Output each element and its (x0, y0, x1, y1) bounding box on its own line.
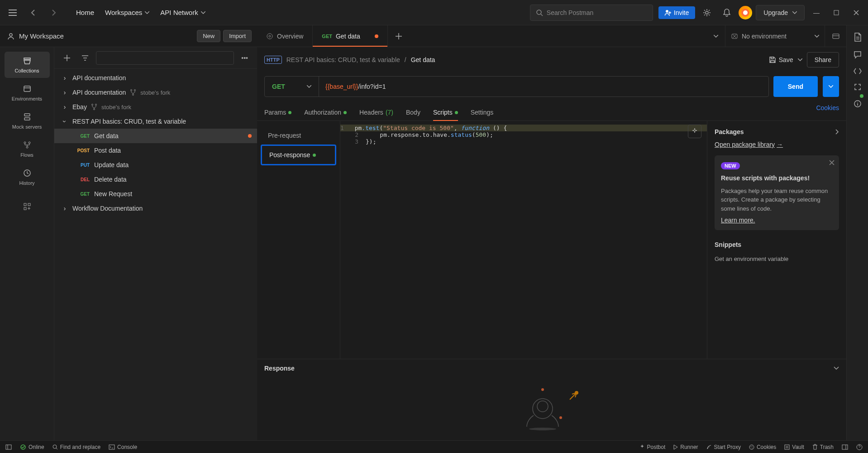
tab-overview[interactable]: Overview (257, 25, 313, 47)
status-trash[interactable]: Trash (812, 444, 834, 450)
open-package-library-link[interactable]: Open package library → (715, 141, 783, 148)
tree-folder[interactable]: › API documentation (54, 71, 257, 85)
indicator-dot-icon (288, 111, 291, 114)
status-help[interactable] (856, 444, 863, 450)
close-button[interactable] (829, 160, 835, 165)
tree-folder[interactable]: › Ebay stobe's fork (54, 100, 257, 114)
arrow-right-icon: → (777, 141, 783, 148)
sidebar-search[interactable] (96, 51, 234, 65)
notifications-button[interactable] (719, 5, 735, 21)
info-pane[interactable] (854, 100, 862, 108)
tree-request[interactable]: PUT Update data (54, 158, 257, 172)
tab-scripts[interactable]: Scripts (433, 104, 458, 120)
nav-forward[interactable] (45, 5, 62, 21)
tree-folder[interactable]: › API documentation stobe's fork (54, 85, 257, 100)
breadcrumb-parent[interactable]: REST API basics: CRUD, test & variable (286, 56, 400, 63)
save-button[interactable]: Save (769, 56, 793, 63)
upgrade-button[interactable]: Upgrade (756, 5, 805, 20)
postbot-button[interactable] (688, 125, 701, 138)
nav-environments[interactable]: Environments (5, 80, 50, 106)
status-proxy[interactable]: Start Proxy (706, 444, 741, 450)
method-badge: GET (76, 192, 90, 197)
chevron-down-icon[interactable] (798, 58, 802, 61)
new-button[interactable]: New (197, 30, 220, 42)
nav-api-network[interactable]: API Network (160, 9, 205, 16)
send-dropdown[interactable] (823, 76, 839, 97)
search-input[interactable]: Search Postman (530, 5, 653, 21)
nav-configure[interactable] (5, 198, 50, 216)
status-vault[interactable]: Vault (784, 444, 804, 450)
code-pane[interactable] (854, 68, 862, 74)
hamburger-menu[interactable] (4, 4, 22, 22)
script-pre-request[interactable]: Pre-request (261, 126, 336, 145)
nav-history[interactable]: History (5, 164, 50, 190)
astronaut-illustration (511, 386, 592, 431)
status-panel-toggle[interactable] (5, 444, 12, 450)
tab-request[interactable]: GET Get data (313, 25, 387, 47)
nav-home[interactable]: Home (76, 9, 94, 16)
tree-request[interactable]: POST Post data (54, 143, 257, 158)
nav-flows[interactable]: Flows (5, 136, 50, 162)
tree-label: Update data (94, 161, 129, 169)
person-icon (7, 33, 14, 40)
chevron-down-icon (792, 11, 797, 14)
tab-authorization[interactable]: Authorization (304, 104, 347, 120)
nav-workspaces[interactable]: Workspaces (105, 9, 149, 16)
sidebar-more[interactable]: ••• (238, 53, 252, 63)
learn-more-link[interactable]: Learn more. (721, 217, 833, 224)
cookies-link[interactable]: Cookies (816, 104, 839, 120)
invite-button[interactable]: Invite (658, 6, 695, 19)
status-runner[interactable]: Runner (673, 444, 698, 450)
tab-settings[interactable]: Settings (471, 104, 494, 120)
documentation-pane[interactable] (854, 33, 862, 42)
tree-label: API documentation (72, 89, 126, 96)
sidebar-add[interactable] (60, 51, 74, 65)
tabs-dropdown[interactable] (707, 25, 725, 47)
user-avatar[interactable] (739, 6, 752, 19)
postbot-label: Postbot (647, 444, 666, 450)
script-post-response[interactable]: Post-response (261, 145, 336, 165)
svg-point-24 (269, 35, 271, 37)
expand-pane[interactable] (854, 83, 861, 91)
workspace-name[interactable]: My Workspace (7, 32, 64, 40)
response-title: Response (264, 365, 295, 372)
nav-collections[interactable]: Collections (5, 52, 50, 78)
tree-request[interactable]: GET Get data (54, 129, 257, 143)
status-find-replace[interactable]: Find and replace (52, 444, 100, 450)
nav-mock-servers[interactable]: Mock servers (5, 108, 50, 134)
snippet-item[interactable]: Get an environment variable (715, 254, 839, 264)
sidebar-filter[interactable] (78, 51, 92, 65)
comments-pane[interactable] (854, 51, 862, 59)
import-button[interactable]: Import (223, 30, 252, 42)
tab-body[interactable]: Body (406, 104, 420, 120)
window-close[interactable] (848, 5, 864, 21)
svg-rect-15 (28, 203, 30, 206)
tree-request[interactable]: DEL Delete data (54, 172, 257, 187)
chevron-right-icon[interactable] (835, 129, 839, 135)
tree-request[interactable]: GET New Request (54, 187, 257, 201)
status-layout[interactable] (842, 444, 848, 450)
method-select[interactable]: GET (265, 77, 319, 96)
environment-select[interactable]: No environment (725, 25, 825, 47)
window-maximize[interactable] (828, 5, 844, 21)
settings-button[interactable] (699, 5, 715, 21)
url-input[interactable]: {{base_url}}/info?id=1 (319, 83, 768, 90)
status-console[interactable]: Console (109, 444, 137, 450)
svg-point-32 (559, 416, 562, 419)
status-online[interactable]: Online (20, 444, 44, 450)
send-button[interactable]: Send (773, 76, 818, 97)
chevron-down-icon[interactable] (834, 366, 839, 370)
tab-params[interactable]: Params (264, 104, 291, 120)
tab-params-label: Params (264, 109, 286, 116)
tab-add[interactable] (388, 25, 410, 47)
status-postbot[interactable]: Postbot (639, 444, 666, 450)
status-cookies[interactable]: Cookies (749, 444, 776, 450)
environment-quick-look[interactable] (825, 25, 846, 47)
tree-folder[interactable]: › Workflow Documentation (54, 201, 257, 216)
window-minimize[interactable]: — (808, 5, 825, 21)
code-editor[interactable]: 1 pm.test("Status code is 500", function… (340, 121, 707, 359)
share-button[interactable]: Share (807, 52, 839, 67)
tab-headers[interactable]: Headers (7) (359, 104, 393, 120)
nav-back[interactable] (25, 5, 42, 21)
tree-folder-expanded[interactable]: › REST API basics: CRUD, test & variable (54, 114, 257, 129)
